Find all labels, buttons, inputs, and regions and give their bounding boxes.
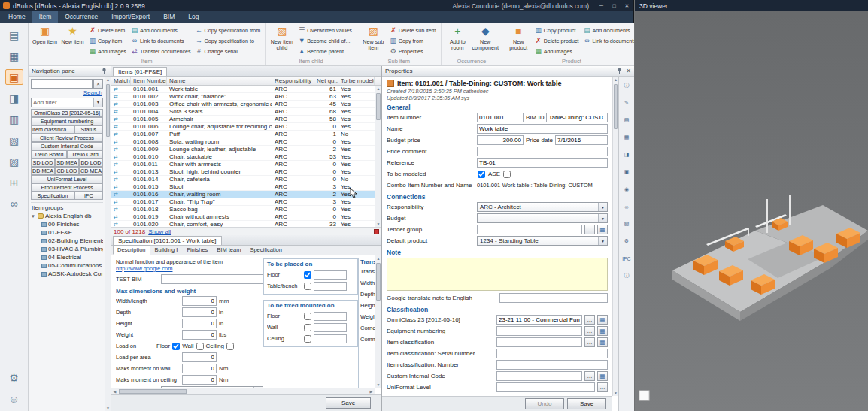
items-tab[interactable]: Items [01-FF&E] — [113, 67, 167, 76]
show-all-link[interactable]: Show all — [148, 228, 171, 235]
specification-tab[interactable]: Specification [0101.001 - Work table] — [113, 236, 222, 245]
tree-item[interactable]: 00-Finishes — [31, 220, 103, 228]
filter-button[interactable]: OmniClass 23 [2012-05-16] — [31, 109, 103, 117]
become-child-button[interactable]: ▼Become child of... — [296, 35, 354, 46]
viewer-canvas[interactable] — [635, 11, 868, 411]
placed-on-checkbox[interactable] — [304, 271, 311, 279]
menu-item[interactable]: Home — [2, 11, 32, 23]
filter-button[interactable]: DD LOD — [79, 159, 103, 167]
default-product-select[interactable]: 1234 - Standing Table ▼ — [477, 236, 608, 246]
grid-icon[interactable]: ▦ — [597, 225, 608, 234]
copy-item-button[interactable]: ▥Copy item — [86, 35, 129, 46]
filter-button[interactable]: Procurement Process — [31, 183, 103, 192]
scroll-up-icon[interactable]: ▲ — [375, 86, 381, 92]
filter-button[interactable]: IFC — [74, 192, 103, 200]
grid-icon[interactable]: ▦ — [597, 337, 608, 347]
filter-button[interactable]: Equipment numbering — [31, 117, 103, 125]
filter-button[interactable]: Status — [74, 125, 103, 134]
spec-url-link[interactable]: http://www.google.com — [116, 265, 172, 272]
item-row[interactable]: ⇄ 0101.008 Sofa, waiting room ARC 0 Yes — [111, 138, 381, 146]
spec-subtab[interactable]: Description — [113, 245, 150, 255]
scroll-down-icon[interactable]: ▼ — [613, 390, 618, 396]
item-row[interactable]: ⇄ 0101.003 Office chair with armrests, e… — [111, 101, 381, 108]
ase-checkbox[interactable] — [503, 171, 511, 178]
tree-expander-icon[interactable]: ▼ — [31, 214, 36, 219]
filter-button[interactable]: CD MEA — [79, 167, 103, 175]
classifications-icon[interactable]: ⊞ — [5, 174, 23, 190]
fixed-on-checkbox[interactable] — [304, 335, 311, 343]
note-textarea[interactable] — [387, 258, 608, 291]
add-filter-dropdown[interactable]: Add filter... ▼ — [31, 98, 103, 107]
scroll-down-icon[interactable]: ▼ — [105, 405, 111, 411]
copy-from-button[interactable]: ▥Copy from — [387, 35, 439, 46]
tree-item-root[interactable]: ▼ Alexia English db — [31, 212, 103, 220]
close-button[interactable]: ✕ — [621, 0, 633, 11]
menu-item[interactable]: Occurrence — [58, 11, 105, 23]
fixed-on-checkbox[interactable] — [304, 313, 311, 320]
column-name[interactable]: Name — [167, 77, 272, 85]
dimension-input[interactable] — [182, 296, 217, 306]
menu-item[interactable]: BIM — [156, 11, 181, 23]
classification-input[interactable] — [496, 326, 582, 336]
ifc-icon[interactable]: IFC — [621, 252, 633, 264]
column-to-be-modeled[interactable]: To be modeled — [338, 77, 375, 85]
spec-hscrollbar[interactable]: ◀ ▶ — [111, 388, 375, 394]
item-row[interactable]: ⇄ 0101.017 Chair, "Trip Trap" ARC 3 Yes — [111, 198, 381, 206]
classification-input[interactable] — [496, 337, 582, 347]
tree-item[interactable]: 02-Building Elements — [31, 237, 103, 245]
about-icon[interactable]: ⓘ — [621, 270, 633, 282]
responsibility-select[interactable]: ARC - Architect ▼ — [477, 202, 608, 212]
functions-icon[interactable]: ▦ — [5, 48, 23, 64]
transfer-occurrences-button[interactable]: ⇄Transfer occurrences — [129, 46, 193, 56]
pin-icon[interactable] — [616, 68, 623, 74]
fixed-on-input[interactable] — [314, 312, 347, 321]
item-row[interactable]: ⇄ 0101.013 Stool, high, behind counter A… — [111, 168, 381, 176]
menu-item[interactable]: Item — [32, 11, 59, 23]
column-match[interactable]: Match — [111, 77, 131, 85]
new-item-child-button[interactable]: ▧ New item child — [268, 24, 296, 58]
undo-button[interactable]: Undo — [525, 398, 564, 409]
classification-input[interactable] — [496, 349, 608, 358]
search-link[interactable]: Search — [83, 89, 102, 96]
filter-button[interactable]: UniFormat Level — [31, 175, 103, 183]
list-icon[interactable]: ▤ — [621, 114, 633, 126]
load-on-ceiling-checkbox[interactable] — [226, 343, 234, 350]
camera-icon[interactable]: ◉ — [621, 183, 633, 195]
item-row[interactable]: ⇄ 0101.005 Armchair ARC 58 Yes — [111, 116, 381, 123]
item-row[interactable]: ⇄ 0101.007 Puff ARC 1 No — [111, 131, 381, 138]
budget-price-input[interactable] — [477, 135, 524, 145]
classification-input[interactable] — [496, 382, 595, 392]
images-icon[interactable]: ▣ — [621, 166, 633, 178]
add-to-room-button[interactable]: + Add to room — [444, 24, 472, 58]
new-product-button[interactable]: ■ New product — [505, 24, 533, 58]
ellipsis-button[interactable]: … — [584, 225, 595, 234]
ellipsis-button[interactable]: … — [597, 382, 608, 392]
item-info-icon[interactable]: ⓘ — [621, 80, 633, 92]
overwritten-values-button[interactable]: ☰Overwritten values — [296, 25, 354, 35]
spec-subtab[interactable]: Building I — [150, 245, 183, 255]
grid-icon[interactable]: ▦ — [597, 371, 608, 381]
filter-button[interactable]: Item classification — [31, 125, 74, 134]
menu-item[interactable]: Log — [181, 11, 205, 23]
reports-icon[interactable]: ▨ — [5, 153, 23, 169]
rooms-icon[interactable]: ▤ — [5, 27, 23, 43]
placed-on-checkbox[interactable] — [304, 283, 311, 290]
view-widget[interactable] — [639, 391, 649, 400]
column-item-number[interactable]: Item Number — [131, 77, 167, 85]
products-icon[interactable]: ◨ — [5, 90, 23, 106]
item-number-input[interactable] — [477, 113, 524, 122]
fixed-on-input[interactable] — [314, 334, 347, 343]
occurrences-icon[interactable]: ▥ — [5, 111, 23, 127]
load-on-wall-checkbox[interactable] — [196, 343, 204, 350]
load-input[interactable] — [182, 375, 217, 385]
product-add-documents-button[interactable]: ▤Add documents — [581, 25, 634, 35]
price-comment-input[interactable] — [477, 147, 608, 156]
dimension-input[interactable] — [182, 330, 217, 340]
item-row[interactable]: ⇄ 0101.001 Work table ARC 61 Yes — [111, 86, 381, 93]
menu-item[interactable]: Import/Export — [105, 11, 156, 23]
item-row[interactable]: ⇄ 0101.016 Chair, waiting room ARC 2 Yes — [111, 191, 381, 198]
item-row[interactable]: ⇄ 0101.002 Work chair, "balance" ARC 63 … — [111, 93, 381, 101]
load-on-floor-checkbox[interactable] — [172, 343, 180, 350]
filter-button[interactable]: SD LOD — [31, 159, 55, 167]
classification-input[interactable] — [496, 371, 582, 381]
